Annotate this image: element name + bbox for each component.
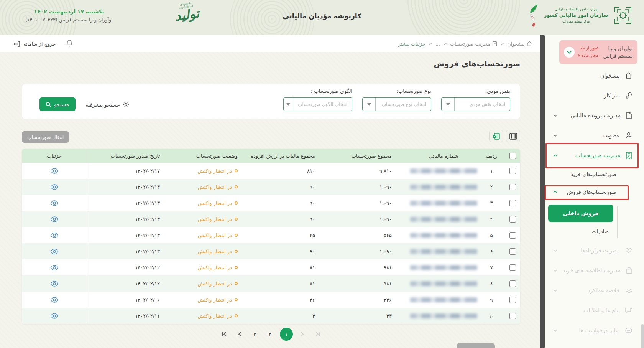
search-button[interactable]: جستجو (39, 97, 76, 111)
chevron-down-icon (442, 98, 455, 111)
breadcrumb-invoice-management[interactable]: مدیریت صورتحساب (450, 41, 497, 47)
invoice-total: ۳۳ (336, 308, 409, 324)
status-text: در انتظار واکنش (198, 249, 232, 254)
view-details-eye-icon[interactable] (50, 297, 59, 303)
issue-date: ۱۴۰۲/۰۲/۱۱ (87, 308, 169, 324)
sidebar-item-performance-summary[interactable]: خلاصه عملکرد (545, 280, 644, 300)
status-badge: در انتظار واکنش (198, 297, 238, 303)
select-all-checkbox[interactable] (509, 153, 516, 159)
vat-total: ۹۰ (242, 195, 336, 211)
status-dot-icon (235, 314, 238, 317)
row-checkbox[interactable] (509, 232, 516, 239)
sidebar-item-purchase-notices[interactable]: مدیریت اطلاعیه های خرید (545, 261, 644, 280)
ministry-line-3: مرکز تنظیم مقررات (544, 19, 608, 24)
advanced-search-label: جستجو پیشرفته (85, 102, 120, 108)
row-checkbox[interactable] (509, 184, 516, 190)
view-details-eye-icon[interactable] (50, 168, 59, 174)
row-checkbox[interactable] (509, 297, 516, 303)
sidebar-menu: پیشخوان میز کار مدیریت پرونده مالیاتی (545, 66, 644, 340)
breadcrumb-home[interactable]: پیشخوان (507, 41, 532, 47)
chat-bubble-icon (625, 307, 632, 314)
transfer-invoice-button[interactable]: انتقال صورتحساب (22, 131, 69, 143)
view-details-eye-icon[interactable] (50, 313, 59, 319)
page-2-button[interactable]: ۲ (264, 328, 276, 340)
page-3-button[interactable]: ۳ (249, 328, 261, 340)
home-icon (527, 41, 532, 46)
bag-icon (626, 267, 632, 274)
view-details-eye-icon[interactable] (50, 184, 59, 190)
ellipsis-bubble-icon (625, 327, 632, 333)
user-card-expand-button[interactable] (564, 47, 575, 58)
status-dot-icon (235, 234, 238, 237)
chevron-down-icon (553, 269, 557, 272)
internal-sales-button[interactable]: فروش داخلی (548, 205, 613, 222)
invoice-total: ۹۸۱ (336, 259, 409, 275)
sidebar-scrollbar[interactable] (540, 35, 545, 348)
view-details-eye-icon[interactable] (50, 200, 59, 206)
chevron-down-icon (284, 98, 293, 111)
status-dot-icon (235, 185, 238, 188)
issue-date: ۱۴۰۲/۰۲/۱۲ (87, 275, 169, 292)
issue-date: ۱۴۰۲/۰۲/۱۳ (87, 179, 169, 195)
view-details-eye-icon[interactable] (50, 265, 59, 270)
sidebar-item-exports[interactable]: صادرات (545, 222, 644, 241)
taxpayer-role-select[interactable]: انتخاب نقش مودی (441, 97, 510, 111)
view-details-eye-icon[interactable] (50, 281, 59, 287)
columns-icon (509, 133, 517, 140)
vat-total: ۴۵ (242, 227, 336, 243)
row-checkbox[interactable] (509, 313, 516, 319)
invoice-total: ۱,۰۹۰ (336, 211, 409, 227)
view-details-eye-icon[interactable] (50, 216, 59, 222)
status-dot-icon (235, 298, 238, 301)
sidebar-item-contracts-management[interactable]: مدیریت قراردادها (545, 241, 644, 261)
sidebar-item-tax-file-management[interactable]: مدیریت پرونده مالیاتی (545, 106, 644, 125)
first-page-button[interactable] (219, 328, 230, 340)
sidebar-item-purchase-invoices[interactable]: صورتحساب‌های خرید (545, 165, 644, 183)
view-details-eye-icon[interactable] (50, 249, 59, 254)
issue-date: ۱۴۰۲/۰۲/۱۷ (87, 163, 169, 179)
sidebar-item-messages-notifications[interactable]: پیام ها و اعلانات (545, 300, 644, 320)
sidebar-item-dashboard[interactable]: پیشخوان (545, 66, 644, 86)
tax-number-redacted (410, 185, 477, 190)
column-settings-button[interactable] (506, 130, 520, 142)
row-checkbox[interactable] (509, 200, 516, 206)
table-row: ۵ ۵۴۵ ۴۵ در انتظار واکنش ۱۴۰۲/۰۲/۱۳ (22, 227, 520, 243)
tax-number-redacted (410, 265, 477, 270)
notifications-bell-icon[interactable] (66, 40, 73, 47)
logout-button[interactable]: خروج از سامانه (14, 35, 56, 52)
page-1-button-active[interactable]: ۱ (280, 328, 293, 341)
issue-date: ۱۴۰۲/۰۲/۱۳ (87, 211, 169, 227)
sidebar-item-sales-invoices[interactable]: صورتحساب‌های فروش (545, 183, 644, 201)
clipped-bottom-button[interactable] (457, 343, 495, 348)
issue-date: ۱۴۰۲/۰۲/۱۳ (87, 243, 169, 259)
sidebar-item-other-requests[interactable]: سایر درخواست ها (545, 320, 644, 340)
row-checkbox[interactable] (509, 264, 516, 271)
row-checkbox[interactable] (509, 216, 516, 223)
document-icon (626, 112, 632, 119)
status-badge: در انتظار واکنش (198, 216, 238, 222)
breadcrumb-ellipsis[interactable]: ... (435, 41, 440, 47)
sidebar-item-invoice-management[interactable]: مدیریت صورتحساب (545, 145, 644, 165)
row-checkbox[interactable] (509, 168, 516, 174)
view-details-eye-icon[interactable] (50, 233, 59, 238)
handshake-icon (625, 247, 632, 254)
window-scrollbar-thumb[interactable] (641, 324, 644, 348)
select-placeholder: انتخاب نوع صورتحساب (376, 102, 431, 107)
excel-export-button[interactable] (489, 130, 503, 142)
breadcrumb-separator: < (501, 41, 504, 46)
top-banner: یکشنبه ۱۷ اردیبهشت ۱۴۰۲ نوآوران ویرا سیس… (0, 0, 644, 35)
invoice-pattern-select[interactable]: انتخاب الگوی صورتحساب (283, 97, 352, 111)
issue-date: ۱۴۰۲/۰۲/۰۶ (87, 292, 169, 308)
advanced-search-link[interactable]: جستجو پیشرفته (85, 101, 129, 111)
year-slogan-logo: دانش‌بنیان اشتغال‌آفرین تولید (164, 0, 209, 25)
ministry-line-1: وزارت امور اقتصاد و دارایی (544, 7, 608, 12)
sidebar-item-membership[interactable]: عضویت (545, 125, 644, 145)
iran-flag-swoosh-icon (527, 4, 540, 27)
sidebar-item-workdesk[interactable]: میز کار (545, 86, 644, 106)
row-checkbox[interactable] (509, 280, 516, 287)
previous-page-button[interactable] (234, 328, 245, 340)
row-checkbox[interactable] (509, 248, 516, 255)
invoice-type-select[interactable]: انتخاب نوع صورتحساب (362, 97, 431, 111)
chevron-down-icon (553, 134, 557, 137)
chevron-down-icon (553, 114, 557, 117)
